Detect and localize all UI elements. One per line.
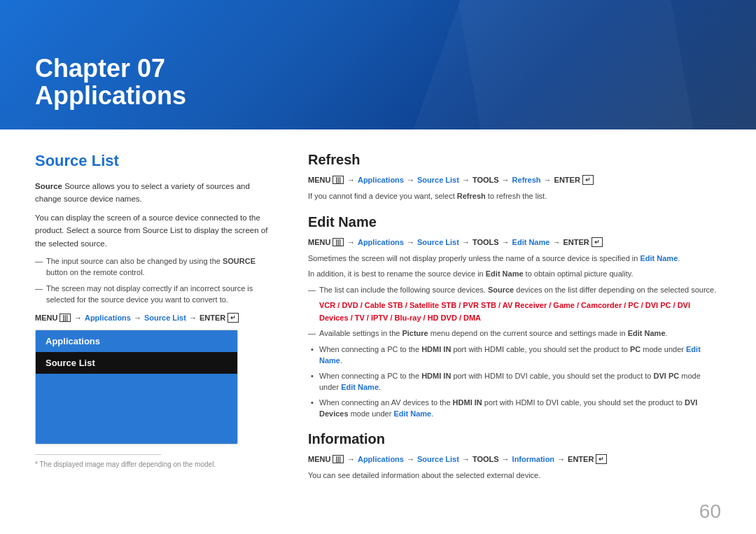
page-number: 60 <box>699 500 721 523</box>
source-bold: Source <box>35 182 62 190</box>
source-list-title: Source List <box>35 152 273 170</box>
hdmi-av-dvi-note: When connecting an AV devices to the HDM… <box>308 397 721 420</box>
applications-ui-mock: Applications Source List <box>35 330 238 444</box>
page-header: Chapter 07 Applications <box>0 0 756 129</box>
left-divider <box>35 454 161 455</box>
bullet-source-list: The list can include the following sourc… <box>308 284 721 296</box>
app-ui-header-label: Applications <box>36 330 237 352</box>
edit-name-desc2: In addition, it is best to rename the so… <box>308 268 721 281</box>
menu-path-refresh: MENU ||| → Applications → Source List → … <box>308 175 721 185</box>
menu-path-edit-name: MENU ||| → Applications → Source List → … <box>308 237 721 247</box>
refresh-heading: Refresh <box>308 152 721 168</box>
hdmi-pc-note: When connecting a PC to the HDMI IN port… <box>308 344 721 367</box>
bullet-screen-display: The screen may not display correctly if … <box>35 283 273 306</box>
left-column: Source List Source Source allows you to … <box>35 152 273 520</box>
menu-path-information: MENU ||| → Applications → Source List → … <box>308 454 721 464</box>
main-content: Source List Source Source allows you to … <box>0 129 756 534</box>
chapter-label: Chapter 07 <box>35 55 186 83</box>
refresh-desc: If you cannot find a device you want, se… <box>308 190 721 203</box>
source-list-para1: Source Source allows you to select a var… <box>35 180 273 206</box>
edit-name-desc1: Sometimes the screen will not display pr… <box>308 253 721 265</box>
chapter-subtitle: Applications <box>35 82 186 110</box>
right-column: Refresh MENU ||| → Applications → Source… <box>308 152 721 520</box>
bullet-picture-menu: Available settings in the Picture menu d… <box>308 328 721 339</box>
source-list-para2: You can display the screen of a source d… <box>35 211 273 250</box>
app-ui-empty-space <box>36 374 237 444</box>
information-desc: You can see detailed information about t… <box>308 470 721 482</box>
source-device-list: VCR / DVD / Cable STB / Satellite STB / … <box>308 300 721 324</box>
edit-name-heading: Edit Name <box>308 214 721 230</box>
bullet-input-source: The input source can also be changed by … <box>35 255 273 279</box>
hdmi-dvi-pc-note: When connecting a PC to the HDMI IN port… <box>308 370 721 393</box>
information-heading: Information <box>308 431 721 447</box>
header-text: Chapter 07 Applications <box>35 55 186 110</box>
footnote-text: * The displayed image may differ dependi… <box>35 461 273 468</box>
menu-path-left: MENU ||| → Applications → Source List → … <box>35 313 273 323</box>
app-ui-source-list-item: Source List <box>36 352 237 374</box>
